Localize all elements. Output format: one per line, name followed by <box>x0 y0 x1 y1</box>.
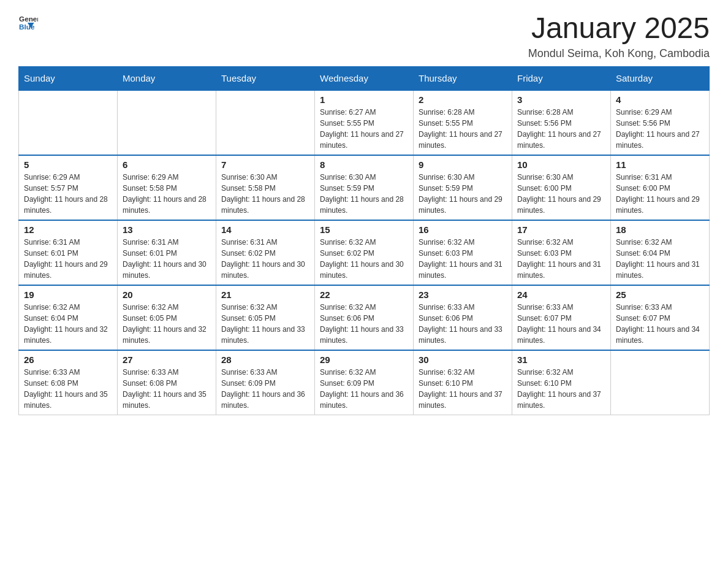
day-number: 24 <box>517 289 605 300</box>
table-row <box>216 90 315 155</box>
day-number: 11 <box>616 159 704 170</box>
day-number: 25 <box>616 289 704 300</box>
table-row <box>611 350 710 415</box>
calendar-week-3: 12Sunrise: 6:31 AM Sunset: 6:01 PM Dayli… <box>19 220 710 285</box>
month-title: January 2025 <box>528 12 710 45</box>
day-info: Sunrise: 6:30 AM Sunset: 5:59 PM Dayligh… <box>320 172 408 216</box>
svg-text:General: General <box>19 15 38 23</box>
table-row: 18Sunrise: 6:32 AM Sunset: 6:04 PM Dayli… <box>611 220 710 285</box>
table-row: 16Sunrise: 6:32 AM Sunset: 6:03 PM Dayli… <box>414 220 512 285</box>
day-info: Sunrise: 6:32 AM Sunset: 6:05 PM Dayligh… <box>221 302 309 346</box>
day-number: 14 <box>221 224 309 235</box>
day-number: 23 <box>419 289 507 300</box>
table-row: 30Sunrise: 6:32 AM Sunset: 6:10 PM Dayli… <box>414 350 512 415</box>
table-row: 26Sunrise: 6:33 AM Sunset: 6:08 PM Dayli… <box>19 350 118 415</box>
calendar-table: Sunday Monday Tuesday Wednesday Thursday… <box>18 66 710 415</box>
day-number: 7 <box>221 159 309 170</box>
day-number: 16 <box>419 224 507 235</box>
day-info: Sunrise: 6:30 AM Sunset: 5:58 PM Dayligh… <box>221 172 309 216</box>
table-row <box>118 90 216 155</box>
table-row: 15Sunrise: 6:32 AM Sunset: 6:02 PM Dayli… <box>315 220 414 285</box>
day-number: 5 <box>24 159 112 170</box>
table-row: 24Sunrise: 6:33 AM Sunset: 6:07 PM Dayli… <box>512 285 611 350</box>
day-info: Sunrise: 6:32 AM Sunset: 6:09 PM Dayligh… <box>320 367 408 411</box>
table-row: 19Sunrise: 6:32 AM Sunset: 6:04 PM Dayli… <box>19 285 118 350</box>
day-info: Sunrise: 6:32 AM Sunset: 6:03 PM Dayligh… <box>517 237 605 281</box>
day-number: 3 <box>517 94 605 105</box>
day-info: Sunrise: 6:29 AM Sunset: 5:58 PM Dayligh… <box>123 172 211 216</box>
col-monday: Monday <box>118 66 216 90</box>
day-info: Sunrise: 6:29 AM Sunset: 5:57 PM Dayligh… <box>24 172 112 216</box>
calendar-week-5: 26Sunrise: 6:33 AM Sunset: 6:08 PM Dayli… <box>19 350 710 415</box>
table-row: 4Sunrise: 6:29 AM Sunset: 5:56 PM Daylig… <box>611 90 710 155</box>
table-row: 29Sunrise: 6:32 AM Sunset: 6:09 PM Dayli… <box>315 350 414 415</box>
table-row: 27Sunrise: 6:33 AM Sunset: 6:08 PM Dayli… <box>118 350 216 415</box>
table-row: 22Sunrise: 6:32 AM Sunset: 6:06 PM Dayli… <box>315 285 414 350</box>
day-number: 8 <box>320 159 408 170</box>
day-info: Sunrise: 6:31 AM Sunset: 6:01 PM Dayligh… <box>123 237 211 281</box>
day-info: Sunrise: 6:30 AM Sunset: 6:00 PM Dayligh… <box>517 172 605 216</box>
day-number: 15 <box>320 224 408 235</box>
table-row: 8Sunrise: 6:30 AM Sunset: 5:59 PM Daylig… <box>315 155 414 220</box>
col-thursday: Thursday <box>414 66 512 90</box>
day-info: Sunrise: 6:27 AM Sunset: 5:55 PM Dayligh… <box>320 107 408 151</box>
logo: General Blue <box>18 12 38 32</box>
calendar-week-4: 19Sunrise: 6:32 AM Sunset: 6:04 PM Dayli… <box>19 285 710 350</box>
title-section: January 2025 Mondul Seima, Koh Kong, Cam… <box>528 12 710 60</box>
day-number: 13 <box>123 224 211 235</box>
table-row: 13Sunrise: 6:31 AM Sunset: 6:01 PM Dayli… <box>118 220 216 285</box>
location: Mondul Seima, Koh Kong, Cambodia <box>528 47 710 60</box>
table-row: 10Sunrise: 6:30 AM Sunset: 6:00 PM Dayli… <box>512 155 611 220</box>
table-row: 20Sunrise: 6:32 AM Sunset: 6:05 PM Dayli… <box>118 285 216 350</box>
table-row: 28Sunrise: 6:33 AM Sunset: 6:09 PM Dayli… <box>216 350 315 415</box>
day-info: Sunrise: 6:32 AM Sunset: 6:02 PM Dayligh… <box>320 237 408 281</box>
day-info: Sunrise: 6:33 AM Sunset: 6:08 PM Dayligh… <box>123 367 211 411</box>
day-info: Sunrise: 6:29 AM Sunset: 5:56 PM Dayligh… <box>616 107 704 151</box>
col-sunday: Sunday <box>19 66 118 90</box>
day-info: Sunrise: 6:28 AM Sunset: 5:55 PM Dayligh… <box>419 107 507 151</box>
day-number: 9 <box>419 159 507 170</box>
table-row: 31Sunrise: 6:32 AM Sunset: 6:10 PM Dayli… <box>512 350 611 415</box>
day-number: 31 <box>517 354 605 365</box>
table-row: 12Sunrise: 6:31 AM Sunset: 6:01 PM Dayli… <box>19 220 118 285</box>
day-number: 21 <box>221 289 309 300</box>
day-info: Sunrise: 6:28 AM Sunset: 5:56 PM Dayligh… <box>517 107 605 151</box>
day-info: Sunrise: 6:32 AM Sunset: 6:10 PM Dayligh… <box>419 367 507 411</box>
day-info: Sunrise: 6:33 AM Sunset: 6:08 PM Dayligh… <box>24 367 112 411</box>
table-row: 14Sunrise: 6:31 AM Sunset: 6:02 PM Dayli… <box>216 220 315 285</box>
day-info: Sunrise: 6:32 AM Sunset: 6:04 PM Dayligh… <box>616 237 704 281</box>
col-wednesday: Wednesday <box>315 66 414 90</box>
table-row: 17Sunrise: 6:32 AM Sunset: 6:03 PM Dayli… <box>512 220 611 285</box>
day-number: 1 <box>320 94 408 105</box>
table-row: 3Sunrise: 6:28 AM Sunset: 5:56 PM Daylig… <box>512 90 611 155</box>
col-friday: Friday <box>512 66 611 90</box>
day-number: 6 <box>123 159 211 170</box>
day-number: 2 <box>419 94 507 105</box>
table-row: 5Sunrise: 6:29 AM Sunset: 5:57 PM Daylig… <box>19 155 118 220</box>
calendar-week-1: 1Sunrise: 6:27 AM Sunset: 5:55 PM Daylig… <box>19 90 710 155</box>
day-info: Sunrise: 6:31 AM Sunset: 6:00 PM Dayligh… <box>616 172 704 216</box>
table-row: 21Sunrise: 6:32 AM Sunset: 6:05 PM Dayli… <box>216 285 315 350</box>
day-info: Sunrise: 6:32 AM Sunset: 6:03 PM Dayligh… <box>419 237 507 281</box>
day-info: Sunrise: 6:33 AM Sunset: 6:07 PM Dayligh… <box>616 302 704 346</box>
day-number: 30 <box>419 354 507 365</box>
day-info: Sunrise: 6:32 AM Sunset: 6:10 PM Dayligh… <box>517 367 605 411</box>
day-number: 18 <box>616 224 704 235</box>
day-number: 29 <box>320 354 408 365</box>
day-info: Sunrise: 6:32 AM Sunset: 6:06 PM Dayligh… <box>320 302 408 346</box>
table-row: 25Sunrise: 6:33 AM Sunset: 6:07 PM Dayli… <box>611 285 710 350</box>
logo-icon: General Blue <box>18 12 38 32</box>
day-info: Sunrise: 6:31 AM Sunset: 6:01 PM Dayligh… <box>24 237 112 281</box>
table-row: 2Sunrise: 6:28 AM Sunset: 5:55 PM Daylig… <box>414 90 512 155</box>
calendar-week-2: 5Sunrise: 6:29 AM Sunset: 5:57 PM Daylig… <box>19 155 710 220</box>
table-row: 23Sunrise: 6:33 AM Sunset: 6:06 PM Dayli… <box>414 285 512 350</box>
calendar-header-row: Sunday Monday Tuesday Wednesday Thursday… <box>19 66 710 90</box>
day-number: 4 <box>616 94 704 105</box>
page-header: General Blue January 2025 Mondul Seima, … <box>18 12 710 60</box>
table-row: 11Sunrise: 6:31 AM Sunset: 6:00 PM Dayli… <box>611 155 710 220</box>
day-info: Sunrise: 6:32 AM Sunset: 6:05 PM Dayligh… <box>123 302 211 346</box>
table-row: 6Sunrise: 6:29 AM Sunset: 5:58 PM Daylig… <box>118 155 216 220</box>
table-row: 9Sunrise: 6:30 AM Sunset: 5:59 PM Daylig… <box>414 155 512 220</box>
table-row: 7Sunrise: 6:30 AM Sunset: 5:58 PM Daylig… <box>216 155 315 220</box>
day-info: Sunrise: 6:31 AM Sunset: 6:02 PM Dayligh… <box>221 237 309 281</box>
